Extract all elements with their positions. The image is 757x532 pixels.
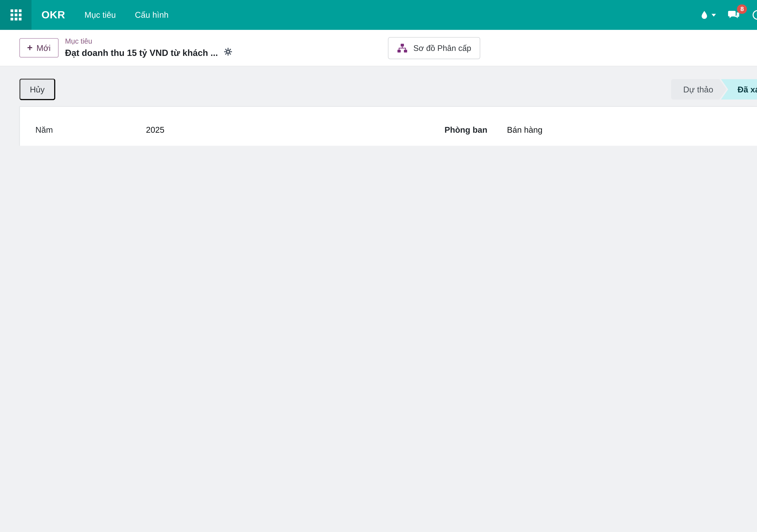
page-background: Hủy Dự thảo Đã xác nhận Đã hủy Năm 2025 …	[0, 66, 757, 146]
gear-icon[interactable]	[224, 47, 233, 59]
form-sheet: Năm 2025 Quý Q4 Tiêu đề Đạt doanh thu 15…	[19, 106, 757, 146]
control-panel: + Mới Mục tiêu Đạt doanh thu 15 tỷ VND t…	[0, 30, 757, 66]
form-left-column: Năm 2025 Quý Q4 Tiêu đề Đạt doanh thu 15…	[35, 125, 444, 146]
field-phong-ban: Phòng ban Bán hàng	[444, 125, 757, 136]
status-droplet-menu[interactable]	[700, 9, 716, 20]
plus-icon: +	[27, 44, 33, 52]
clock-icon	[751, 9, 757, 21]
hierarchy-icon	[397, 42, 408, 53]
field-value[interactable]: 2025	[146, 125, 165, 136]
form-right-column: Phòng ban Bán hàng Chủ sở hữu Jeffrey Ke…	[444, 125, 757, 146]
message-count-badge: 8	[737, 4, 747, 14]
systray: 8 YourCompany	[700, 6, 757, 24]
menu-muc-tieu[interactable]: Mục tiêu	[76, 0, 124, 30]
activities-button[interactable]	[751, 9, 757, 21]
app-title[interactable]: OKR	[42, 9, 65, 21]
record-title: Đạt doanh thu 15 tỷ VND từ khách ...	[65, 48, 218, 58]
hierarchy-button[interactable]: Sơ đồ Phân cấp	[388, 37, 480, 59]
statusbar: Dự thảo Đã xác nhận Đã hủy	[671, 79, 757, 100]
field-label: Năm	[35, 125, 146, 136]
main-menu: Mục tiêu Cấu hình	[76, 0, 177, 30]
field-value[interactable]: Bán hàng	[507, 125, 543, 136]
form-status-row: Hủy Dự thảo Đã xác nhận Đã hủy	[19, 78, 757, 100]
new-button[interactable]: + Mới	[19, 38, 58, 58]
field-label: Phòng ban	[444, 125, 507, 136]
menu-cau-hinh[interactable]: Cấu hình	[127, 0, 177, 30]
apps-menu-button[interactable]	[0, 0, 32, 30]
breadcrumb-parent-link[interactable]: Mục tiêu	[65, 37, 233, 46]
field-nam: Năm 2025	[35, 125, 444, 136]
stage-du-thao[interactable]: Dự thảo	[671, 79, 726, 100]
breadcrumb: Mục tiêu Đạt doanh thu 15 tỷ VND từ khác…	[65, 37, 233, 59]
cancel-button[interactable]: Hủy	[19, 78, 55, 100]
caret-down-icon	[712, 14, 716, 16]
droplet-icon	[700, 9, 710, 20]
app-window: OKR Mục tiêu Cấu hình 8	[0, 0, 757, 146]
apps-grid-icon	[10, 9, 21, 20]
top-navbar: OKR Mục tiêu Cấu hình 8	[0, 0, 757, 30]
messages-button[interactable]: 8	[727, 9, 741, 21]
